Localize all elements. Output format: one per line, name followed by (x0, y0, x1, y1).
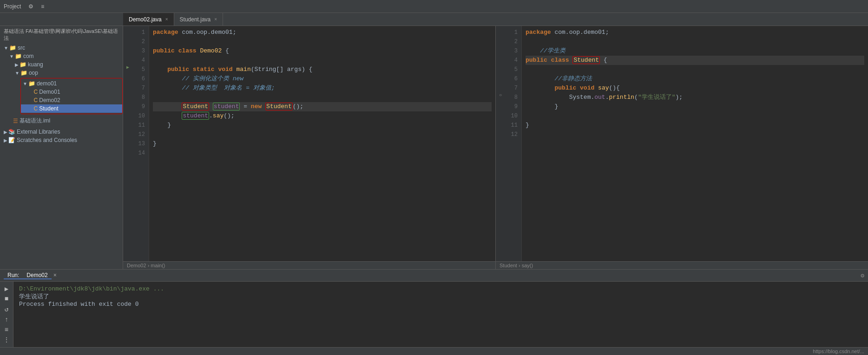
more-icon[interactable]: ⋮ (2, 336, 11, 344)
status-bar: https://blog.csdn.net/... (0, 347, 868, 355)
code-content-demo02[interactable]: package com.oop.demo01; public class Dem… (149, 26, 495, 261)
sidebar-item-oop[interactable]: ▼ 📁 oop (0, 69, 123, 77)
gutter-line (496, 45, 505, 54)
breadcrumb-right: Student › say() (496, 261, 868, 269)
iml-file-icon: ☰ (13, 118, 18, 124)
code-line-r1: package com.oop.demo01; (526, 28, 864, 37)
gutter-line (123, 119, 132, 128)
tab-demo02-run[interactable]: Demo02 (23, 272, 51, 279)
gutter-line (496, 128, 505, 137)
code-line-10: student.say(); (153, 111, 492, 121)
code-line-3: public class Demo02 { (153, 46, 492, 56)
arrow-icon: ▶ (4, 129, 7, 135)
scroll-up-icon[interactable]: ↑ (2, 316, 11, 324)
tab-run-label[interactable]: Run: (4, 272, 23, 279)
gutter-line (496, 35, 505, 45)
play-icon[interactable]: ▶ (2, 284, 11, 293)
line-numbers-left: 12345 678910 11121314 (132, 26, 149, 261)
sidebar-item-demo01[interactable]: ▼ 📁 demo01 (21, 79, 122, 88)
sidebar-item-src[interactable]: ▼ 📁 src (0, 44, 123, 52)
sidebar-label-iml: 基础语法.iml (20, 117, 51, 125)
gutter-line (123, 110, 132, 119)
settings-icon[interactable]: ⚙ (861, 272, 864, 279)
close-student-icon[interactable]: × (214, 17, 217, 22)
gutter-line (496, 63, 505, 72)
spacer (30, 98, 33, 103)
gutter-line (496, 82, 505, 91)
arrow-icon: ▼ (15, 71, 20, 76)
gutter-line (496, 26, 505, 35)
tab-student[interactable]: Student.java × (174, 13, 224, 26)
rerun-icon[interactable]: ↺ (2, 305, 11, 313)
gutter-line (496, 54, 505, 63)
sidebar-item-iml[interactable]: ☰ 基础语法.iml (0, 116, 123, 126)
java-file-icon: C (34, 89, 38, 95)
project-label[interactable]: Project (4, 3, 21, 10)
gutter-line (123, 82, 132, 91)
top-bar-icon1[interactable]: ⚙ (28, 3, 33, 10)
code-line-r9: } (526, 102, 864, 111)
arrow-icon: ▶ (4, 138, 7, 143)
gutter-line (123, 100, 132, 110)
top-bar-icon2[interactable]: ≡ (41, 3, 44, 10)
tab-demo02[interactable]: Demo02.java × (123, 13, 174, 26)
code-line-r11: } (526, 121, 864, 130)
sidebar-label-src: src (18, 45, 25, 51)
bottom-toolbar: ▶ ■ ↺ ↑ ≡ ⋮ (0, 282, 13, 347)
sidebar-label-student-java: Student (39, 105, 58, 112)
gutter-line (496, 110, 505, 119)
code-line-r2 (526, 37, 864, 46)
code-line-1: package com.oop.demo01; (153, 28, 492, 37)
sidebar-label-oop: oop (29, 70, 38, 76)
library-icon: 📚 (8, 129, 15, 135)
code-area-demo02[interactable]: ▶ 12345 678910 (123, 26, 495, 261)
code-line-12 (153, 130, 492, 139)
folder-icon: 📁 (28, 80, 35, 87)
arrow-icon: ▼ (9, 54, 14, 59)
gutter-line: ○ (496, 91, 505, 100)
status-right: https://blog.csdn.net/... (813, 349, 864, 354)
gutter-line (496, 119, 505, 128)
sidebar-item-demo01-file[interactable]: C Demo01 (21, 88, 122, 96)
code-line-4 (153, 56, 492, 65)
clear-icon[interactable]: ≡ (2, 326, 11, 334)
code-content-student[interactable]: package com.oop.demo01; //学生类 public cla… (522, 26, 868, 261)
sidebar-item-kuang[interactable]: ▶ 📁 kuang (0, 60, 123, 69)
run-gutter-left: ▶ (123, 26, 132, 261)
bottom-panel: Run: Demo02 × ⚙ ▶ ■ ↺ ↑ ≡ ⋮ D:\Environme… (0, 269, 868, 355)
code-line-11: } (153, 121, 492, 130)
code-line-r3: //学生类 (526, 46, 864, 56)
gutter-line (123, 54, 132, 63)
sidebar-label-demo02-java: Demo02 (39, 97, 60, 103)
run-output: D:\Environment\jdk8\jdk\bin\java.exe ...… (13, 282, 868, 347)
sidebar-label-com: com (23, 53, 34, 59)
code-line-2 (153, 37, 492, 46)
code-area-student[interactable]: ○ 12345 678910 1112 package com.oo (496, 26, 868, 261)
close-run-icon[interactable]: × (53, 272, 57, 279)
gutter-line (123, 128, 132, 137)
sidebar-header: 基础语法 FA\基础管理\网课班\代码\JavaSE\基础语法 (0, 26, 123, 44)
top-bar: Project ⚙ ≡ (0, 0, 868, 13)
sidebar-item-student-file[interactable]: C Student (21, 104, 122, 113)
gutter-line (496, 100, 505, 110)
close-demo02-icon[interactable]: × (165, 17, 168, 22)
arrow-icon: ▼ (23, 81, 27, 86)
sidebar-item-external-libraries[interactable]: ▶ 📚 External Libraries (0, 128, 123, 136)
run-finish-line: Process finished with exit code 0 (19, 301, 862, 308)
sidebar: 基础语法 FA\基础管理\网课班\代码\JavaSE\基础语法 ▼ 📁 src … (0, 26, 123, 269)
stop-icon[interactable]: ■ (2, 295, 11, 303)
sidebar-item-com[interactable]: ▼ 📁 com (0, 52, 123, 60)
sidebar-item-demo02-file[interactable]: C Demo02 (21, 96, 122, 104)
gutter-line (123, 137, 132, 147)
tab-demo02-label: Demo02.java (129, 16, 162, 23)
sidebar-item-scratches[interactable]: ▶ 📝 Scratches and Consoles (0, 136, 123, 144)
sidebar-label-demo01: demo01 (37, 80, 57, 87)
sidebar-label-demo01-java: Demo01 (39, 89, 60, 95)
code-line-13: } (153, 139, 492, 148)
gutter-line (123, 45, 132, 54)
run-cmd-line: D:\Environment\jdk8\jdk\bin\java.exe ... (19, 285, 862, 292)
editor-pane-student: ○ 12345 678910 1112 package com.oo (496, 26, 868, 269)
gutter-line (123, 35, 132, 45)
java-file-icon: C (34, 97, 38, 103)
code-line-5: public static void main(String[] args) { (153, 65, 492, 74)
